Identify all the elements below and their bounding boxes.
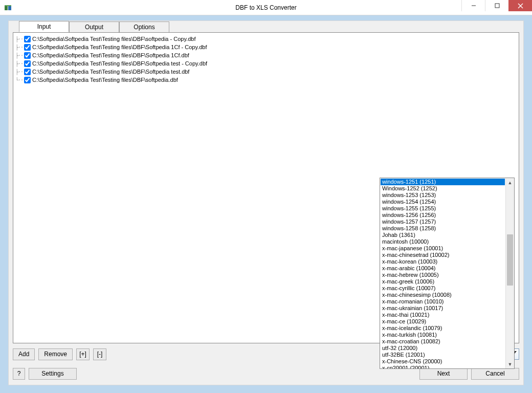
encoding-option[interactable]: x-mac-turkish (10081) [381,332,505,338]
next-button[interactable]: Next [419,368,468,380]
file-tree-item[interactable]: ├··C:\Softpedia\Softpedia Test\Testing f… [15,43,517,51]
encoding-option[interactable]: x-mac-croatian (10082) [381,338,505,345]
bottom-bar: ? Settings Next Cancel [13,367,519,380]
encoding-option[interactable]: x-mac-ce (10029) [381,318,505,325]
svg-rect-4 [495,4,499,8]
file-tree-item[interactable]: ├··C:\Softpedia\Softpedia Test\Testing f… [15,68,517,76]
encoding-option[interactable]: utf-32BE (12001) [381,352,505,358]
scrollbar[interactable]: ▲ ▼ [505,178,514,368]
encoding-option[interactable]: macintosh (10000) [381,238,505,245]
encoding-option[interactable]: x-cp20001 (20001) [381,365,505,368]
encoding-option[interactable]: windows-1258 (1258) [381,225,505,232]
encoding-option[interactable]: x-mac-romanian (10010) [381,298,505,305]
encoding-option[interactable]: Johab (1361) [381,232,505,238]
file-path-label: C:\Softpedia\Softpedia Test\Testing file… [32,52,189,58]
close-button[interactable] [508,0,532,11]
encoding-option[interactable]: x-mac-icelandic (10079) [381,325,505,332]
encoding-option[interactable]: utf-32 (12000) [381,345,505,352]
file-checkbox[interactable] [24,36,31,42]
encoding-option[interactable]: x-mac-korean (10003) [381,258,505,265]
tab-input[interactable]: Input [19,21,69,32]
window-title: DBF to XLS Converter [0,4,532,11]
encoding-option[interactable]: x-mac-thai (10021) [381,312,505,318]
file-path-label: C:\Softpedia\Softpedia Test\Testing file… [32,36,195,42]
file-tree-item[interactable]: └··C:\Softpedia\Softpedia Test\Testing f… [15,76,517,84]
file-checkbox[interactable] [24,44,31,51]
tree-connector: ├·· [15,61,23,67]
maximize-button[interactable] [485,0,508,11]
help-button[interactable]: ? [13,368,25,380]
titlebar[interactable]: DBF to XLS Converter [0,0,532,15]
file-checkbox[interactable] [24,52,31,59]
encoding-option[interactable]: x-mac-chinesetrad (10002) [381,252,505,258]
file-tree-panel: ├··C:\Softpedia\Softpedia Test\Testing f… [13,32,519,343]
encoding-option[interactable]: windows-1254 (1254) [381,199,505,205]
settings-button[interactable]: Settings [29,368,77,380]
svg-rect-2 [5,5,11,6]
encoding-option[interactable]: x-mac-hebrew (10005) [381,272,505,278]
file-tree-item[interactable]: ├··C:\Softpedia\Softpedia Test\Testing f… [15,51,517,59]
app-icon [4,4,12,12]
file-path-label: C:\Softpedia\Softpedia Test\Testing file… [32,77,178,83]
encoding-option[interactable]: windows-1251 (1251) [381,179,505,185]
encoding-option[interactable]: x-mac-greek (10006) [381,278,505,285]
add-button[interactable]: Add [13,348,35,360]
encoding-option[interactable]: x-mac-ukrainian (10017) [381,305,505,312]
tree-connector: ├·· [15,53,23,58]
scroll-thumb[interactable] [507,234,513,286]
file-checkbox[interactable] [24,77,31,83]
tab-strip: Input Output Options [9,21,523,32]
tree-connector: ├·· [15,69,23,75]
main-panel: Input Output Options ├··C:\Softpedia\Sof… [8,20,524,385]
tree-connector: ├·· [15,36,23,42]
file-tree-item[interactable]: ├··C:\Softpedia\Softpedia Test\Testing f… [15,35,517,43]
file-checkbox[interactable] [24,60,31,67]
encoding-listbox[interactable]: windows-1251 (1251)Windows-1252 (1252)wi… [380,178,515,369]
encoding-option[interactable]: windows-1253 (1253) [381,192,505,199]
tab-options[interactable]: Options [119,21,169,32]
encoding-option[interactable]: x-mac-chinesesimp (10008) [381,292,505,298]
encoding-option[interactable]: windows-1255 (1255) [381,205,505,212]
file-tree-item[interactable]: ├··C:\Softpedia\Softpedia Test\Testing f… [15,59,517,68]
file-checkbox[interactable] [24,69,31,75]
encoding-option[interactable]: x-mac-cyrillic (10007) [381,285,505,292]
encoding-option[interactable]: windows-1256 (1256) [381,212,505,219]
cancel-button[interactable]: Cancel [471,368,519,380]
file-path-label: C:\Softpedia\Softpedia Test\Testing file… [32,44,207,50]
scroll-up-arrow[interactable]: ▲ [506,178,514,187]
tab-output[interactable]: Output [69,21,119,32]
uncheck-all-button[interactable]: [-] [93,348,106,360]
tree-connector: └·· [15,77,23,83]
encoding-option[interactable]: x-mac-arabic (10004) [381,265,505,272]
scroll-down-arrow[interactable]: ▼ [506,360,514,368]
encoding-option[interactable]: x-mac-japanese (10001) [381,245,505,252]
encoding-option[interactable]: windows-1257 (1257) [381,219,505,225]
encoding-option[interactable]: x-Chinese-CNS (20000) [381,358,505,365]
remove-button[interactable]: Remove [38,348,73,360]
file-path-label: C:\Softpedia\Softpedia Test\Testing file… [32,60,207,67]
check-all-button[interactable]: [+] [76,348,90,360]
encoding-option[interactable]: Windows-1252 (1252) [381,185,505,192]
file-path-label: C:\Softpedia\Softpedia Test\Testing file… [32,69,189,75]
minimize-button[interactable] [461,0,485,11]
tree-connector: ├·· [15,45,23,50]
